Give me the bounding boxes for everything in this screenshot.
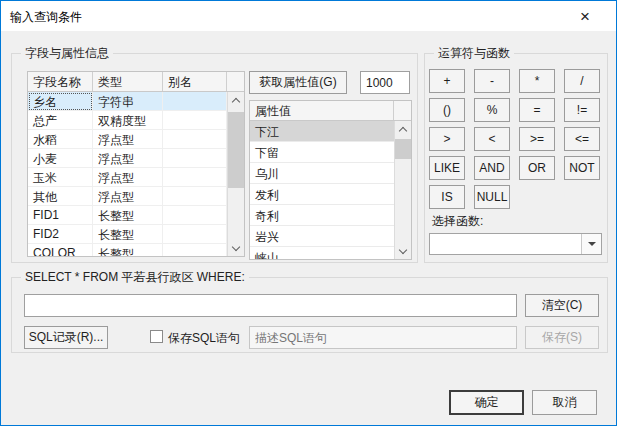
operator-not-button[interactable]: NOT <box>564 156 600 180</box>
operator-null-button[interactable]: NULL <box>474 185 510 209</box>
list-item[interactable]: 下江 <box>250 121 394 142</box>
clear-button[interactable]: 清空(C) <box>525 294 599 317</box>
column-header-field-name[interactable]: 字段名称 <box>28 72 93 91</box>
sql-where-group: SELECT * FROM 平若县行政区 WHERE: 清空(C) SQL记录(… <box>11 277 608 353</box>
operator-less-button[interactable]: < <box>474 127 510 151</box>
values-header-spacer <box>394 101 411 120</box>
dropdown-arrow-button[interactable] <box>581 234 601 254</box>
fields-attributes-group: 字段与属性信息 字段名称 类型 别名 乡名 字符串 总产 双精度 <box>11 53 418 263</box>
table-row[interactable]: 乡名 字符串 <box>28 92 227 111</box>
operator-minus-button[interactable]: - <box>474 69 510 93</box>
save-sql-checkbox[interactable] <box>150 330 163 343</box>
sql-statement-label: SELECT * FROM 平若县行政区 WHERE: <box>21 269 249 286</box>
cell-type[interactable]: 浮点型 <box>93 149 163 168</box>
list-item[interactable]: 峡山 <box>250 247 394 259</box>
cell-type[interactable]: 浮点型 <box>93 168 163 187</box>
cell-field-name[interactable]: 其他 <box>28 187 93 206</box>
table-row[interactable]: 总产 双精度型 <box>28 111 227 130</box>
operator-greater-equal-button[interactable]: >= <box>519 127 555 151</box>
cell-alias[interactable] <box>163 130 227 149</box>
list-item[interactable]: 岩兴 <box>250 226 394 247</box>
cell-alias[interactable] <box>163 225 227 244</box>
table-row[interactable]: FID1 长整型 <box>28 206 227 225</box>
values-list-header-label: 属性值 <box>250 101 394 120</box>
cell-field-name[interactable]: COLOR <box>28 244 93 256</box>
cancel-button[interactable]: 取消 <box>532 390 597 415</box>
operator-multiply-button[interactable]: * <box>519 69 555 93</box>
table-row[interactable]: 小麦 浮点型 <box>28 149 227 168</box>
table-row[interactable]: 水稻 浮点型 <box>28 130 227 149</box>
cell-type[interactable]: 长整型 <box>93 244 163 256</box>
scroll-up-icon[interactable] <box>395 121 411 137</box>
column-header-alias[interactable]: 别名 <box>163 72 227 91</box>
cell-type[interactable]: 长整型 <box>93 206 163 225</box>
cell-alias[interactable] <box>163 244 227 256</box>
fields-table-scrollbar[interactable] <box>227 92 244 256</box>
cell-field-name[interactable]: 乡名 <box>28 92 93 111</box>
sql-records-button[interactable]: SQL记录(R)... <box>24 326 108 349</box>
operators-group-label: 运算符与函数 <box>434 45 514 62</box>
close-icon: × <box>580 8 590 25</box>
save-sql-checkbox-label: 保存SQL语句 <box>168 330 240 347</box>
cell-alias[interactable] <box>163 206 227 225</box>
operator-divide-button[interactable]: / <box>564 69 600 93</box>
list-item[interactable]: 乌川 <box>250 163 394 184</box>
column-header-type[interactable]: 类型 <box>93 72 163 91</box>
operator-or-button[interactable]: OR <box>519 156 555 180</box>
operator-not-equals-button[interactable]: != <box>564 98 600 122</box>
attribute-values-list[interactable]: 属性值 下江 下留 乌川 发利 奇利 岩兴 峡山 <box>249 100 412 260</box>
scrollbar-thumb[interactable] <box>395 139 411 159</box>
cell-type[interactable]: 双精度型 <box>93 111 163 130</box>
cell-field-name[interactable]: 总产 <box>28 111 93 130</box>
cell-alias[interactable] <box>163 168 227 187</box>
chevron-down-icon <box>588 242 596 246</box>
cell-field-name[interactable]: FID1 <box>28 206 93 225</box>
scroll-up-icon[interactable] <box>228 92 244 108</box>
function-dropdown[interactable] <box>429 233 602 255</box>
query-condition-dialog: 输入查询条件 × 字段与属性信息 字段名称 类型 别名 乡名 字符串 <box>0 0 617 426</box>
get-attribute-values-button[interactable]: 获取属性值(G) <box>249 71 347 94</box>
operator-plus-button[interactable]: + <box>429 69 465 93</box>
list-item[interactable]: 发利 <box>250 184 394 205</box>
ok-button[interactable]: 确定 <box>449 390 524 415</box>
cell-alias[interactable] <box>163 92 227 111</box>
operator-like-button[interactable]: LIKE <box>429 156 465 180</box>
operator-and-button[interactable]: AND <box>474 156 510 180</box>
values-list-scrollbar[interactable] <box>394 121 411 259</box>
fields-table[interactable]: 字段名称 类型 别名 乡名 字符串 总产 双精度型 <box>27 71 245 257</box>
cell-alias[interactable] <box>163 187 227 206</box>
cell-field-name[interactable]: 小麦 <box>28 149 93 168</box>
scroll-down-icon[interactable] <box>395 243 411 259</box>
cell-type[interactable]: 浮点型 <box>93 130 163 149</box>
cell-field-name[interactable]: FID2 <box>28 225 93 244</box>
cell-type[interactable]: 长整型 <box>93 225 163 244</box>
operator-percent-button[interactable]: % <box>474 98 510 122</box>
value-count-input[interactable] <box>360 71 410 94</box>
sql-description-input[interactable] <box>249 326 517 349</box>
cell-type[interactable]: 浮点型 <box>93 187 163 206</box>
operator-equals-button[interactable]: = <box>519 98 555 122</box>
cell-alias[interactable] <box>163 111 227 130</box>
table-row[interactable]: 玉米 浮点型 <box>28 168 227 187</box>
cell-field-name[interactable]: 玉米 <box>28 168 93 187</box>
operator-greater-button[interactable]: > <box>429 127 465 151</box>
operator-parens-button[interactable]: () <box>429 98 465 122</box>
table-row[interactable]: 其他 浮点型 <box>28 187 227 206</box>
list-item[interactable]: 下留 <box>250 142 394 163</box>
where-clause-input[interactable] <box>24 294 517 317</box>
cell-type[interactable]: 字符串 <box>93 92 163 111</box>
save-button: 保存(S) <box>525 326 599 349</box>
select-function-label: 选择函数: <box>432 213 483 230</box>
function-dropdown-value[interactable] <box>430 234 581 254</box>
cell-field-name[interactable]: 水稻 <box>28 130 93 149</box>
operator-is-button[interactable]: IS <box>429 185 465 209</box>
scroll-down-icon[interactable] <box>228 240 244 256</box>
list-item[interactable]: 奇利 <box>250 205 394 226</box>
fields-table-header: 字段名称 类型 别名 <box>28 72 244 92</box>
operator-less-equal-button[interactable]: <= <box>564 127 600 151</box>
close-button[interactable]: × <box>568 4 602 28</box>
scrollbar-thumb[interactable] <box>228 112 244 188</box>
table-row[interactable]: COLOR 长整型 <box>28 244 227 256</box>
table-row[interactable]: FID2 长整型 <box>28 225 227 244</box>
cell-alias[interactable] <box>163 149 227 168</box>
